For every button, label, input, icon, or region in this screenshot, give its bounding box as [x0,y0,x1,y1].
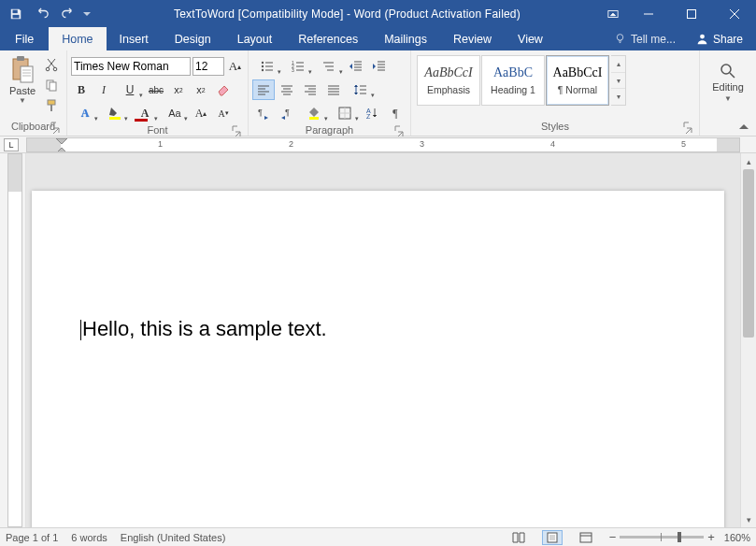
zoom-slider[interactable] [620,536,704,539]
style-normal[interactable]: AaBbCcI¶ Normal [546,55,609,106]
style-heading-1[interactable]: AaBbCHeading 1 [481,55,545,106]
styles-launcher-icon[interactable] [682,122,693,133]
horizontal-ruler[interactable]: L 1 2 3 4 5 [0,136,756,153]
collapse-ribbon-icon[interactable] [735,121,752,134]
close-icon[interactable] [713,0,756,27]
ribbon-display-options-icon[interactable] [599,0,627,27]
align-left-button[interactable] [252,79,275,100]
svg-point-6 [700,35,705,39]
window-title: TextToWord [Compatibility Mode] - Word (… [95,7,599,21]
font-color-button[interactable]: A▾ [131,103,159,123]
title-bar: TextToWord [Compatibility Mode] - Word (… [0,0,756,27]
justify-button[interactable] [322,79,345,100]
numbering-icon: 123 [292,60,305,73]
ltr-direction-button[interactable]: ¶ [252,103,275,123]
show-marks-button[interactable]: ¶ [384,103,407,123]
page-number[interactable]: Page 1 of 1 [6,532,58,543]
change-case-button[interactable]: Aa▾ [161,103,189,123]
align-center-button[interactable] [276,79,298,100]
tab-mailings[interactable]: Mailings [371,27,440,50]
font-launcher-icon[interactable] [231,125,242,136]
document-area: Hello, this is a sample text. [26,153,740,527]
tab-layout[interactable]: Layout [224,27,286,50]
page[interactable]: Hello, this is a sample text. [32,191,724,527]
tab-insert[interactable]: Insert [107,27,162,50]
save-icon[interactable] [4,3,28,25]
eraser-icon [216,82,231,97]
grow-font-button[interactable]: A▴ [226,56,244,77]
zoom-out-button[interactable]: − [609,530,617,544]
paste-button[interactable]: Paste ▼ [4,53,41,105]
style-emphasis[interactable]: AaBbCcIEmphasis [417,55,480,106]
styles-scroll-up-icon[interactable]: ▴ [611,56,625,73]
font-name-combo[interactable] [71,57,191,76]
scroll-up-icon[interactable]: ▴ [741,153,756,169]
borders-button[interactable]: ▾ [330,103,360,123]
zoom-level[interactable]: 160% [724,532,750,543]
share-button[interactable]: Share [687,27,752,50]
superscript-button[interactable]: x2 [191,79,211,100]
tab-view[interactable]: View [505,27,556,50]
multilevel-list-button[interactable]: ▾ [314,56,344,77]
maximize-icon[interactable] [670,0,713,27]
decrease-indent-button[interactable] [345,56,367,77]
cut-button[interactable] [41,55,62,74]
tab-home[interactable]: Home [49,27,106,50]
bullets-button[interactable]: ▾ [252,56,282,77]
vertical-ruler[interactable] [0,153,26,527]
highlight-button[interactable]: ▾ [101,103,129,123]
ribbon: Paste ▼ Clipboard A▴ B I U▾ abc x [0,50,756,136]
undo-icon[interactable] [30,3,54,25]
increase-indent-button[interactable] [368,56,391,77]
grow-font-button-2[interactable]: A▴ [191,103,211,123]
svg-rect-25 [309,117,319,120]
bold-button[interactable]: B [71,79,92,100]
qat-customize-icon[interactable] [82,10,92,18]
rtl-direction-button[interactable]: ¶ [276,103,298,123]
vertical-scrollbar[interactable]: ▴ ▾ [740,153,756,527]
clear-formatting-button[interactable] [213,79,234,100]
styles-expand-icon[interactable]: ▾ [611,89,625,105]
font-size-combo[interactable] [193,57,224,76]
tab-selector[interactable]: L [4,138,19,151]
sort-button[interactable]: AZ [361,103,383,123]
svg-rect-16 [109,117,121,120]
editing-button[interactable]: Editing ▼ [704,53,752,103]
styles-scroll-down-icon[interactable]: ▾ [611,73,625,90]
read-mode-button[interactable] [508,530,529,545]
numbering-button[interactable]: 123▾ [283,56,313,77]
print-layout-button[interactable] [542,530,563,545]
svg-rect-15 [50,105,52,111]
strikethrough-button[interactable]: abc [146,79,166,100]
language[interactable]: English (United States) [121,532,226,543]
copy-button[interactable] [41,76,62,94]
svg-text:¶: ¶ [258,108,263,117]
clipboard-launcher-icon[interactable] [50,122,61,133]
outdent-icon [349,60,363,73]
text-effects-button[interactable]: A▾ [71,103,99,123]
tab-review[interactable]: Review [440,27,505,50]
scroll-thumb[interactable] [743,169,754,338]
tab-file[interactable]: File [0,27,49,50]
redo-icon[interactable] [56,3,80,25]
shading-button[interactable]: ▾ [299,103,329,123]
document-text[interactable]: Hello, this is a sample text. [80,317,676,341]
format-painter-button[interactable] [41,96,62,115]
paragraph-launcher-icon[interactable] [393,125,405,136]
indent-marker-icon[interactable] [55,137,68,152]
minimize-icon[interactable] [627,0,670,27]
tab-references[interactable]: References [285,27,371,50]
web-layout-button[interactable] [576,530,596,545]
tab-design[interactable]: Design [162,27,224,50]
underline-button[interactable]: U▾ [116,79,144,100]
shrink-font-button[interactable]: A▾ [213,103,234,123]
align-right-button[interactable] [299,79,321,100]
subscript-button[interactable]: x2 [168,79,189,100]
zoom-in-button[interactable]: + [707,530,715,544]
tell-me-search[interactable]: Tell me... [603,27,687,50]
scroll-down-icon[interactable]: ▾ [741,511,756,527]
word-count[interactable]: 6 words [71,532,107,543]
italic-button[interactable]: I [93,79,114,100]
ruler-body[interactable]: 1 2 3 4 5 [26,137,740,152]
line-spacing-button[interactable]: ▾ [346,79,376,100]
